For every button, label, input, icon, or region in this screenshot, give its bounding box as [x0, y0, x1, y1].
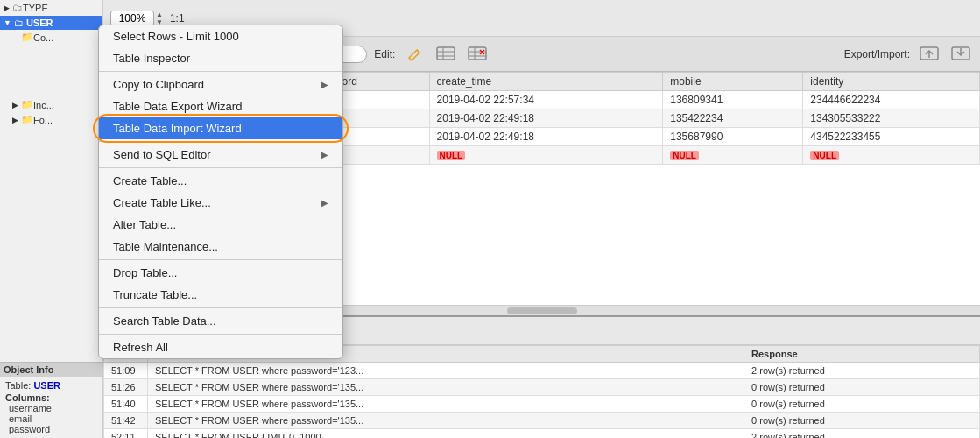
table-cell-create_time: NULL	[429, 146, 663, 165]
menu-item-label: Table Inspector	[113, 52, 190, 65]
main-container: ▶ 🗂 TYPE ▼ 🗂 USER 📁 Co... ▶ 📁 Inc... ▶	[0, 0, 980, 438]
col-header-mobile[interactable]: mobile	[663, 73, 803, 91]
col-header-create-time[interactable]: create_time	[429, 73, 663, 91]
col-header-response: Response	[744, 346, 980, 363]
svg-rect-4	[437, 47, 455, 60]
column-email: email	[5, 413, 97, 424]
sidebar-item-user[interactable]: ▼ 🗂 USER	[0, 16, 102, 30]
query-cell-action: SELECT * FROM USER where password='135..…	[148, 413, 744, 429]
column-password: password	[5, 424, 97, 434]
sidebar-item-fo[interactable]: ▶ 📁 Fo...	[0, 112, 102, 127]
query-cell-response: 2 row(s) returned	[744, 363, 980, 379]
query-cell-response: 0 row(s) returned	[744, 396, 980, 413]
delete-row-icon-btn[interactable]	[465, 42, 490, 67]
tree-arrow-inc: ▶	[12, 101, 18, 110]
sidebar-item-type[interactable]: ▶ 🗂 TYPE	[0, 0, 102, 16]
menu-item-label: Create Table Like...	[113, 196, 211, 209]
object-info-content: Table: USER Columns: username email pass…	[5, 380, 97, 434]
export-import-label: Export/Import:	[844, 48, 910, 60]
menu-item-alter-table...[interactable]: Alter Table...	[99, 214, 342, 236]
table-icon-user: 🗂	[14, 18, 24, 28]
scrollbar-thumb[interactable]	[507, 307, 577, 314]
columns-label: Columns:	[5, 392, 97, 403]
query-row: 51:09SELECT * FROM USER where password='…	[104, 363, 980, 379]
sidebar-item-co[interactable]: 📁 Co...	[0, 30, 102, 45]
db-icon-type: 🗂	[12, 2, 23, 14]
tree-arrow-user: ▼	[4, 18, 11, 27]
menu-item-create-table-like...[interactable]: Create Table Like...▶	[99, 192, 342, 214]
table-cell-mobile: 135687990	[663, 128, 803, 146]
sidebar-tree: ▶ 🗂 TYPE ▼ 🗂 USER 📁 Co... ▶ 📁 Inc... ▶	[0, 0, 102, 362]
menu-item-create-table...[interactable]: Create Table...	[99, 170, 342, 192]
table-cell-identity: NULL	[803, 146, 980, 165]
table-cell-mobile: 135422234	[663, 110, 803, 128]
export-icon-btn[interactable]	[917, 42, 941, 67]
menu-item-refresh-all[interactable]: Refresh All	[99, 336, 342, 358]
menu-divider-18	[99, 334, 342, 335]
menu-item-label: Table Data Import Wizard	[113, 122, 242, 135]
object-info-title: Object Info	[0, 363, 102, 377]
menu-item-table-maintenance...[interactable]: Table Maintenance...	[99, 236, 342, 258]
table-cell-mobile: NULL	[663, 146, 803, 165]
sidebar-item-inc[interactable]: ▶ 📁 Inc...	[0, 97, 102, 112]
menu-divider-2	[99, 71, 342, 72]
zoom-up-icon[interactable]: ▲	[156, 11, 163, 18]
table-cell-identity: 134305533222	[803, 110, 980, 128]
query-cell-response: 2 row(s) returned	[744, 429, 980, 439]
folder-icon-inc: 📁	[21, 99, 33, 110]
query-cell-time: 51:42	[104, 413, 148, 429]
col-header-identity[interactable]: identity	[803, 73, 980, 91]
table-cell-identity: 234446622234	[803, 91, 980, 110]
table-cell-identity: 434522233455	[803, 128, 980, 146]
table-label: Table:	[5, 380, 31, 391]
menu-divider-13	[99, 259, 342, 260]
menu-item-table-data-import-wizard[interactable]: Table Data Import Wizard	[99, 117, 342, 139]
menu-divider-8	[99, 167, 342, 168]
menu-item-select-rows---limit-1000[interactable]: Select Rows - Limit 1000	[99, 25, 342, 47]
menu-item-label: Alter Table...	[113, 218, 176, 231]
query-body: 51:09SELECT * FROM USER where password='…	[104, 363, 980, 439]
query-cell-time: 51:40	[104, 396, 148, 413]
menu-item-copy-to-clipboard[interactable]: Copy to Clipboard▶	[99, 74, 342, 95]
menu-item-label: Copy to Clipboard	[113, 78, 204, 91]
query-cell-action: SELECT * FROM USER where password='135..…	[148, 396, 744, 413]
zoom-stepper[interactable]: ▲ ▼	[156, 11, 163, 26]
query-cell-response: 0 row(s) returned	[744, 413, 980, 429]
menu-item-arrow: ▶	[321, 198, 328, 208]
query-cell-time: 52:11	[104, 429, 148, 439]
sidebar-label-type: TYPE	[23, 3, 48, 13]
menu-item-truncate-table...[interactable]: Truncate Table...	[99, 284, 342, 306]
table-cell-create_time: 2019-04-02 22:49:18	[429, 110, 663, 128]
menu-item-send-to-sql-editor[interactable]: Send to SQL Editor▶	[99, 144, 342, 166]
null-badge: NULL	[670, 151, 699, 160]
menu-divider-6	[99, 141, 342, 142]
sidebar: ▶ 🗂 TYPE ▼ 🗂 USER 📁 Co... ▶ 📁 Inc... ▶	[0, 0, 103, 438]
menu-item-label: Select Rows - Limit 1000	[113, 30, 239, 43]
tree-arrow-type: ▶	[4, 4, 10, 12]
menu-item-table-inspector[interactable]: Table Inspector	[99, 47, 342, 69]
sidebar-label-inc: Inc...	[33, 100, 54, 110]
null-badge: NULL	[810, 151, 839, 160]
query-cell-time: 51:09	[104, 363, 148, 379]
sidebar-label-co: Co...	[33, 32, 53, 43]
menu-item-drop-table...[interactable]: Drop Table...	[99, 262, 342, 284]
zoom-value[interactable]: 100%	[110, 11, 154, 26]
object-info-panel: Object Info Table: USER Columns: usernam…	[0, 362, 102, 438]
menu-item-label: Search Table Data...	[113, 314, 216, 328]
edit-icon-btn[interactable]	[402, 42, 427, 67]
query-row: 51:40SELECT * FROM USER where password='…	[104, 396, 980, 413]
menu-item-label: Table Data Export Wizard	[113, 100, 242, 113]
null-badge: NULL	[437, 151, 466, 160]
query-cell-response: 0 row(s) returned	[744, 379, 980, 396]
tree-arrow-fo: ▶	[12, 116, 18, 124]
query-cell-action: SELECT * FROM USER where password='135..…	[148, 379, 744, 396]
menu-item-label: Create Table...	[113, 174, 187, 187]
query-row: 51:26SELECT * FROM USER where password='…	[104, 379, 980, 396]
import-icon-btn[interactable]	[948, 42, 973, 67]
menu-item-search-table-data...[interactable]: Search Table Data...	[99, 310, 342, 332]
menu-divider-16	[99, 307, 342, 308]
sidebar-label-user: USER	[26, 18, 53, 28]
add-row-icon-btn[interactable]	[434, 42, 458, 67]
menu-item-table-data-export-wizard[interactable]: Table Data Export Wizard	[99, 95, 342, 117]
table-cell-mobile: 136809341	[663, 91, 803, 110]
